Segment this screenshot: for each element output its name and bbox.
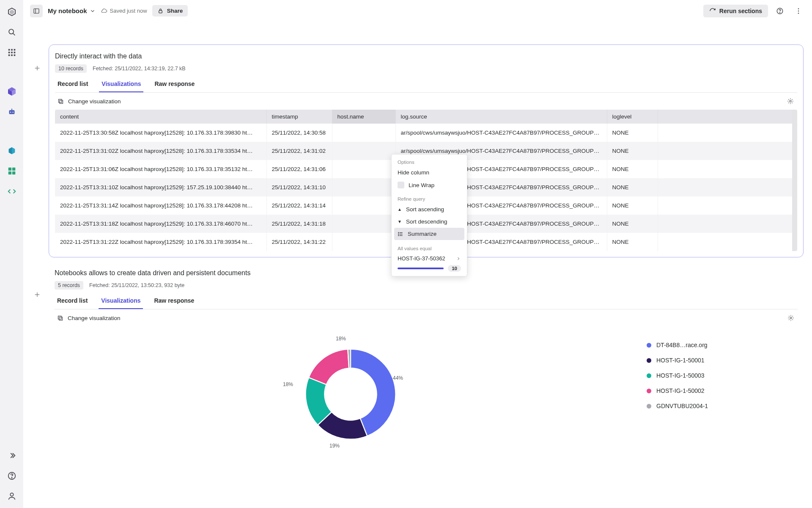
section-tabs: Record list Visualizations Raw response [55, 77, 797, 93]
tab-record-list[interactable]: Record list [55, 77, 91, 92]
expand-sidebar-icon[interactable] [6, 450, 18, 461]
checkbox-icon [398, 182, 404, 188]
svg-point-21 [10, 493, 13, 496]
tab-visualizations[interactable]: Visualizations [99, 294, 143, 309]
apps-grid-icon[interactable] [6, 47, 18, 58]
table-cell: 25/11/2022, 14:31:18 [266, 215, 332, 233]
svg-point-53 [398, 235, 399, 235]
svg-rect-4 [14, 49, 15, 51]
menu-line-wrap[interactable]: Line Wrap [392, 179, 467, 191]
distribution-bar [398, 268, 444, 269]
legend-dot-icon [647, 358, 651, 363]
table-cell [658, 160, 792, 178]
records-count-pill: 10 records [55, 64, 87, 73]
lock-icon [157, 8, 164, 14]
robot-icon[interactable] [6, 106, 18, 118]
col-header-logsource[interactable]: log.source [395, 110, 607, 124]
layers-icon [57, 315, 63, 321]
table-cell [658, 233, 792, 251]
svg-point-26 [779, 12, 780, 13]
svg-point-45 [790, 100, 791, 102]
more-vertical-icon[interactable] [792, 4, 805, 18]
legend-dot-icon [647, 404, 651, 409]
gear-icon [787, 315, 794, 321]
col-header-content[interactable]: content [55, 110, 266, 124]
change-visualization-button[interactable]: Change visualization [55, 93, 121, 110]
help-circle-icon[interactable] [773, 4, 787, 18]
col-header-timestamp[interactable]: timestamp [266, 110, 332, 124]
chart-legend: DT-84B8…race.orgHOST-IG-1-50001HOST-IG-1… [647, 335, 798, 414]
svg-point-12 [10, 112, 11, 113]
search-icon[interactable] [6, 26, 18, 38]
grid-green-icon[interactable] [6, 165, 18, 177]
svg-point-27 [798, 8, 799, 9]
svg-rect-7 [14, 52, 15, 53]
viz-settings-button[interactable] [787, 315, 798, 321]
svg-point-29 [798, 12, 799, 14]
legend-label: GDNVTUBU2004-1 [656, 403, 708, 409]
legend-item[interactable]: HOST-IG-1-50003 [647, 368, 798, 383]
tab-raw-response[interactable]: Raw response [152, 77, 197, 92]
menu-header-refine: Refine query [392, 194, 467, 203]
svg-rect-18 [12, 171, 15, 174]
legend-item[interactable]: HOST-IG-1-50002 [647, 383, 798, 398]
svg-point-20 [11, 478, 12, 478]
section-card-2: Notebooks allows to create data driven a… [49, 269, 804, 462]
menu-sort-descending[interactable]: ▼ Sort descending [392, 215, 467, 228]
table-cell: NONE [607, 124, 658, 142]
menu-value-row[interactable]: HOST-IG-37-50362 [392, 253, 467, 262]
cube-icon[interactable] [6, 86, 18, 97]
menu-hide-column[interactable]: Hide column [392, 166, 467, 179]
table-cell: 25/11/2022, 14:31:10 [266, 178, 332, 196]
svg-line-1 [13, 33, 14, 35]
col-header-loglevel[interactable]: loglevel [607, 110, 658, 124]
notebook-name: My notebook [48, 7, 87, 14]
table-cell: ar/spool/cws/umsaywsjuo/HOST-C43AE27FC4A… [395, 124, 607, 142]
col-header-empty[interactable] [658, 110, 792, 124]
add-section-button[interactable] [32, 63, 43, 74]
svg-point-56 [790, 317, 792, 319]
notebook-name-dropdown[interactable]: My notebook [48, 7, 96, 14]
user-icon[interactable] [6, 490, 18, 502]
svg-point-52 [398, 234, 399, 234]
table-row[interactable]: 2022-11-25T13:30:58Z localhost haproxy[1… [55, 124, 792, 142]
legend-item[interactable]: DT-84B8…race.org [647, 337, 798, 353]
share-button[interactable]: Share [152, 5, 188, 17]
svg-rect-11 [9, 110, 14, 114]
box-teal-icon[interactable] [6, 145, 18, 157]
col-header-hostname[interactable]: host.name [332, 110, 395, 124]
table-cell [332, 160, 395, 178]
viz-settings-button[interactable] [787, 98, 797, 105]
table-cell [658, 215, 792, 233]
table-cell: 2022-11-25T13:31:06Z localhost haproxy[1… [55, 160, 266, 178]
donut-chart: 18%44%19%18% [291, 335, 410, 453]
svg-rect-16 [12, 168, 15, 171]
tab-visualizations[interactable]: Visualizations [99, 77, 143, 92]
table-cell: 2022-11-25T13:31:02Z localhost haproxy[1… [55, 142, 266, 160]
code-icon[interactable] [6, 185, 18, 197]
menu-sort-ascending[interactable]: ▲ Sort ascending [392, 203, 467, 215]
chevron-right-icon [456, 256, 461, 261]
svg-rect-43 [59, 99, 62, 103]
dock-panel-button[interactable] [30, 5, 43, 17]
table-cell: 2022-11-25T13:31:10Z localhost haproxy[1… [55, 178, 266, 196]
menu-summarize[interactable]: Summarize [394, 228, 464, 240]
table-cell: NONE [607, 196, 658, 215]
logo-icon[interactable] [6, 6, 18, 18]
table-cell [332, 142, 395, 160]
svg-rect-55 [59, 317, 63, 320]
tab-raw-response[interactable]: Raw response [151, 294, 197, 309]
slice-label: 18% [283, 381, 293, 387]
legend-item[interactable]: GDNVTUBU2004-1 [647, 398, 798, 414]
add-section-button[interactable] [32, 289, 43, 300]
slice-label: 18% [336, 336, 346, 342]
chevron-down-icon [90, 8, 96, 14]
table-cell: 25/11/2022, 14:31:14 [266, 196, 332, 215]
svg-rect-54 [58, 316, 62, 320]
svg-point-0 [9, 29, 14, 34]
help-icon[interactable] [6, 470, 18, 482]
tab-record-list[interactable]: Record list [55, 294, 90, 309]
legend-item[interactable]: HOST-IG-1-50001 [647, 353, 798, 368]
change-visualization-button[interactable]: Change visualization [55, 309, 121, 326]
rerun-sections-button[interactable]: Rerun sections [703, 5, 768, 17]
